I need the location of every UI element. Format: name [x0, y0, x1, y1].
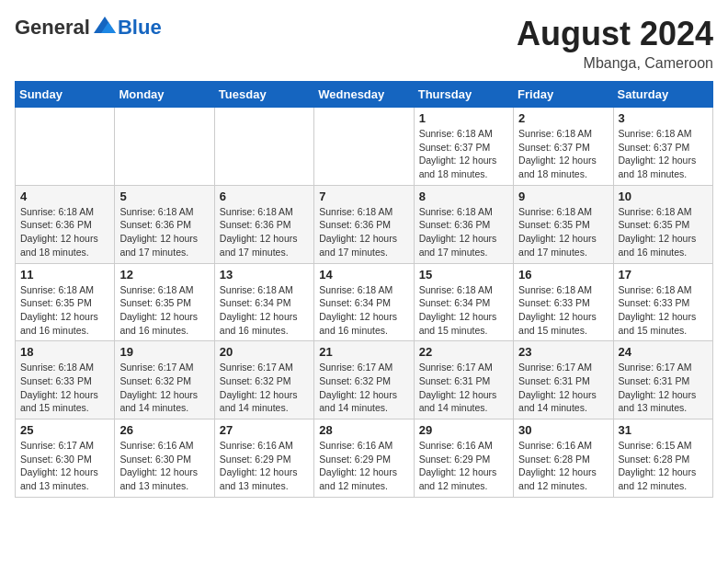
day-number: 28 [319, 423, 408, 437]
calendar-header-row: SundayMondayTuesdayWednesdayThursdayFrid… [16, 82, 713, 108]
calendar-week-row: 11Sunrise: 6:18 AMSunset: 6:35 PMDayligh… [16, 263, 713, 341]
calendar-cell: 7Sunrise: 6:18 AMSunset: 6:36 PMDaylight… [314, 185, 414, 263]
day-number: 17 [619, 268, 708, 282]
day-info: Sunrise: 6:18 AMSunset: 6:37 PMDaylight:… [518, 127, 608, 181]
day-info: Sunrise: 6:17 AMSunset: 6:30 PMDaylight:… [20, 439, 109, 493]
location: Mbanga, Cameroon [517, 55, 713, 72]
day-number: 18 [20, 345, 109, 359]
calendar-cell: 14Sunrise: 6:18 AMSunset: 6:34 PMDayligh… [314, 263, 414, 341]
day-number: 27 [220, 423, 309, 437]
day-info: Sunrise: 6:18 AMSunset: 6:36 PMDaylight:… [419, 205, 508, 259]
day-number: 19 [119, 345, 209, 359]
calendar-cell: 17Sunrise: 6:18 AMSunset: 6:33 PMDayligh… [613, 263, 712, 341]
day-number: 20 [220, 345, 309, 359]
calendar-cell: 27Sunrise: 6:16 AMSunset: 6:29 PMDayligh… [214, 419, 313, 498]
calendar-week-row: 25Sunrise: 6:17 AMSunset: 6:30 PMDayligh… [16, 419, 713, 498]
day-info: Sunrise: 6:17 AMSunset: 6:31 PMDaylight:… [419, 361, 508, 415]
calendar-cell: 25Sunrise: 6:17 AMSunset: 6:30 PMDayligh… [16, 419, 115, 498]
weekday-header: Wednesday [314, 82, 414, 108]
day-number: 6 [220, 190, 309, 203]
day-info: Sunrise: 6:18 AMSunset: 6:35 PMDaylight:… [119, 283, 209, 338]
day-info: Sunrise: 6:17 AMSunset: 6:32 PMDaylight:… [220, 361, 309, 415]
weekday-header: Monday [115, 82, 214, 108]
day-info: Sunrise: 6:18 AMSunset: 6:37 PMDaylight:… [619, 127, 708, 181]
day-info: Sunrise: 6:17 AMSunset: 6:31 PMDaylight:… [619, 361, 708, 415]
calendar-cell: 31Sunrise: 6:15 AMSunset: 6:28 PMDayligh… [613, 419, 712, 498]
day-info: Sunrise: 6:18 AMSunset: 6:37 PMDaylight:… [419, 127, 508, 181]
day-info: Sunrise: 6:18 AMSunset: 6:34 PMDaylight:… [220, 283, 309, 338]
calendar-cell: 6Sunrise: 6:18 AMSunset: 6:36 PMDaylight… [214, 185, 313, 263]
day-number: 5 [119, 190, 209, 203]
logo-blue-text: Blue [118, 16, 162, 40]
day-number: 24 [619, 345, 708, 359]
day-info: Sunrise: 6:16 AMSunset: 6:30 PMDaylight:… [119, 439, 209, 493]
calendar-cell [214, 108, 313, 186]
calendar-table: SundayMondayTuesdayWednesdayThursdayFrid… [15, 81, 713, 498]
calendar-week-row: 4Sunrise: 6:18 AMSunset: 6:36 PMDaylight… [16, 185, 713, 263]
day-number: 8 [419, 190, 508, 203]
day-number: 12 [119, 268, 209, 282]
day-info: Sunrise: 6:18 AMSunset: 6:35 PMDaylight:… [518, 205, 608, 259]
title-block: August 2024 Mbanga, Cameroon [517, 15, 713, 72]
day-info: Sunrise: 6:17 AMSunset: 6:32 PMDaylight:… [119, 361, 209, 415]
calendar-week-row: 18Sunrise: 6:18 AMSunset: 6:33 PMDayligh… [16, 341, 713, 419]
day-number: 11 [20, 268, 109, 282]
day-info: Sunrise: 6:18 AMSunset: 6:33 PMDaylight:… [518, 283, 608, 338]
day-info: Sunrise: 6:18 AMSunset: 6:35 PMDaylight:… [619, 205, 708, 259]
day-info: Sunrise: 6:16 AMSunset: 6:28 PMDaylight:… [518, 439, 608, 493]
day-number: 7 [319, 190, 408, 203]
calendar-cell: 11Sunrise: 6:18 AMSunset: 6:35 PMDayligh… [16, 263, 115, 341]
day-info: Sunrise: 6:16 AMSunset: 6:29 PMDaylight:… [220, 439, 309, 493]
calendar-cell: 26Sunrise: 6:16 AMSunset: 6:30 PMDayligh… [115, 419, 214, 498]
day-info: Sunrise: 6:15 AMSunset: 6:28 PMDaylight:… [619, 439, 708, 493]
day-info: Sunrise: 6:18 AMSunset: 6:36 PMDaylight:… [319, 205, 408, 259]
calendar-cell [115, 108, 214, 186]
day-number: 1 [419, 111, 508, 125]
day-number: 3 [619, 111, 708, 125]
day-info: Sunrise: 6:18 AMSunset: 6:33 PMDaylight:… [20, 361, 109, 415]
day-number: 30 [518, 423, 608, 437]
calendar-cell: 12Sunrise: 6:18 AMSunset: 6:35 PMDayligh… [115, 263, 214, 341]
day-number: 26 [119, 423, 209, 437]
day-info: Sunrise: 6:17 AMSunset: 6:32 PMDaylight:… [319, 361, 408, 415]
calendar-cell: 21Sunrise: 6:17 AMSunset: 6:32 PMDayligh… [314, 341, 414, 419]
calendar-cell: 22Sunrise: 6:17 AMSunset: 6:31 PMDayligh… [414, 341, 513, 419]
calendar-cell: 15Sunrise: 6:18 AMSunset: 6:34 PMDayligh… [414, 263, 513, 341]
day-info: Sunrise: 6:17 AMSunset: 6:31 PMDaylight:… [518, 361, 608, 415]
day-info: Sunrise: 6:18 AMSunset: 6:34 PMDaylight:… [419, 283, 508, 338]
day-info: Sunrise: 6:18 AMSunset: 6:36 PMDaylight:… [20, 205, 109, 259]
calendar-cell: 19Sunrise: 6:17 AMSunset: 6:32 PMDayligh… [115, 341, 214, 419]
day-info: Sunrise: 6:18 AMSunset: 6:34 PMDaylight:… [319, 283, 408, 338]
weekday-header: Sunday [16, 82, 115, 108]
calendar-cell: 2Sunrise: 6:18 AMSunset: 6:37 PMDaylight… [514, 108, 613, 186]
day-number: 2 [518, 111, 608, 125]
day-number: 16 [518, 268, 608, 282]
calendar-cell: 10Sunrise: 6:18 AMSunset: 6:35 PMDayligh… [613, 185, 712, 263]
calendar-cell: 9Sunrise: 6:18 AMSunset: 6:35 PMDaylight… [514, 185, 613, 263]
logo-icon [92, 15, 118, 40]
weekday-header: Thursday [414, 82, 513, 108]
day-number: 23 [518, 345, 608, 359]
day-number: 10 [619, 190, 708, 203]
logo: General Blue [15, 15, 162, 40]
calendar-cell: 20Sunrise: 6:17 AMSunset: 6:32 PMDayligh… [214, 341, 313, 419]
calendar-cell: 18Sunrise: 6:18 AMSunset: 6:33 PMDayligh… [16, 341, 115, 419]
calendar-cell: 8Sunrise: 6:18 AMSunset: 6:36 PMDaylight… [414, 185, 513, 263]
calendar-cell: 1Sunrise: 6:18 AMSunset: 6:37 PMDaylight… [414, 108, 513, 186]
day-number: 29 [419, 423, 508, 437]
month-year: August 2024 [517, 15, 713, 53]
day-number: 22 [419, 345, 508, 359]
day-number: 15 [419, 268, 508, 282]
day-number: 13 [220, 268, 309, 282]
calendar-cell: 5Sunrise: 6:18 AMSunset: 6:36 PMDaylight… [115, 185, 214, 263]
page-header: General Blue August 2024 Mbanga, Cameroo… [15, 15, 713, 72]
calendar-cell: 28Sunrise: 6:16 AMSunset: 6:29 PMDayligh… [314, 419, 414, 498]
day-info: Sunrise: 6:18 AMSunset: 6:33 PMDaylight:… [619, 283, 708, 338]
day-info: Sunrise: 6:18 AMSunset: 6:36 PMDaylight:… [220, 205, 309, 259]
calendar-cell: 24Sunrise: 6:17 AMSunset: 6:31 PMDayligh… [613, 341, 712, 419]
day-number: 4 [20, 190, 109, 203]
day-info: Sunrise: 6:16 AMSunset: 6:29 PMDaylight:… [319, 439, 408, 493]
calendar-cell: 23Sunrise: 6:17 AMSunset: 6:31 PMDayligh… [514, 341, 613, 419]
calendar-cell: 16Sunrise: 6:18 AMSunset: 6:33 PMDayligh… [514, 263, 613, 341]
weekday-header: Friday [514, 82, 613, 108]
